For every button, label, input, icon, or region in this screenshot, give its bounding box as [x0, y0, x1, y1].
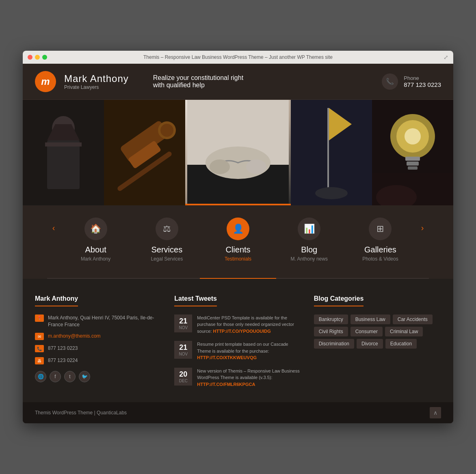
maximize-button[interactable] — [42, 55, 47, 60]
tweet-2-text: Resume print template based on our Casca… — [197, 341, 301, 361]
hero-image-2 — [104, 100, 185, 205]
nav-item-galleries[interactable]: ⊞ Galleries Photos & Videos — [345, 218, 416, 270]
svg-rect-25 — [407, 162, 419, 166]
social-tumblr[interactable]: t — [64, 371, 76, 382]
phone2-text: 877 123 0224 — [48, 357, 78, 364]
themis-link[interactable]: Themis WordPress Theme — [35, 410, 93, 416]
tweet-1-day: 21 — [178, 317, 188, 325]
svg-point-27 — [405, 128, 421, 144]
tweet-3-text: New version of Themis – Responsive Law B… — [197, 368, 301, 388]
nav-item-about[interactable]: 🏠 About Mark Anthony — [60, 218, 131, 270]
tweet-3-date: 20 DEC — [174, 368, 192, 386]
galleries-title: Galleries — [364, 245, 396, 254]
tweet-1-link[interactable]: HTTP://T.CO/YPOOUOUIDG — [213, 329, 270, 334]
contact-info: 📞 Phone 877 123 0223 — [382, 73, 441, 90]
footer-col1-title: Mark Anthony — [35, 295, 78, 306]
phone2-item: 🖷 877 123 0224 — [35, 357, 162, 364]
next-button[interactable]: › — [416, 222, 429, 235]
site-subtitle: Private Lawyers — [64, 84, 129, 90]
tweet-1-text: MediCenter PSD Template is available for… — [197, 315, 301, 335]
address-text: Mark Anthony, Quai Henri IV, 75004 Paris… — [48, 315, 162, 328]
logo[interactable]: m — [35, 71, 56, 92]
tagline-block: Realize your constitutional right with q… — [153, 74, 243, 89]
line-clients — [200, 278, 276, 279]
hero-section — [23, 100, 453, 205]
window-controls — [28, 55, 47, 60]
svg-point-20 — [315, 187, 348, 199]
quantica-link[interactable]: QuanticaLabs — [97, 410, 127, 416]
tag-car-accidents[interactable]: Car Accidents — [393, 315, 433, 324]
window-title: Themis – Responsive Law Business WordPre… — [143, 54, 333, 60]
svg-rect-24 — [405, 157, 420, 161]
hero-image-5 — [372, 100, 453, 205]
phone-number: 877 123 0223 — [404, 81, 441, 88]
tweet-3-day: 20 — [178, 370, 188, 379]
social-web[interactable]: 🌐 — [35, 371, 46, 382]
footer-col-tweets: Latest Tweets 21 NOV MediCenter PSD Temp… — [174, 295, 301, 394]
nav-underline — [23, 278, 453, 279]
phone1-icon: 📞 — [35, 345, 44, 352]
nav-prev[interactable]: ‹ — [47, 218, 60, 235]
line-about — [47, 278, 123, 279]
tag-cloud: Bankruptcy Business Law Car Accidents Ci… — [314, 315, 441, 349]
tag-business-law[interactable]: Business Law — [351, 315, 390, 324]
tweet-3-month: DEC — [178, 379, 188, 383]
address-icon: 📍 — [35, 315, 44, 322]
services-sub: Legal Services — [151, 256, 183, 262]
svg-point-14 — [210, 159, 230, 174]
galleries-sub: Photos & Videos — [362, 256, 398, 262]
footer-col-categories: Blog Categories Bankruptcy Business Law … — [314, 295, 441, 394]
scroll-top-button[interactable]: ∧ — [430, 407, 441, 418]
tag-divorce[interactable]: Divorce — [357, 339, 383, 349]
tag-civil-rights[interactable]: Civil Rights — [314, 327, 348, 336]
email-item: ✉ m.anthony@themis.com — [35, 333, 162, 340]
galleries-icon: ⊞ — [369, 218, 392, 240]
social-facebook[interactable]: f — [50, 371, 61, 382]
about-title: About — [85, 245, 106, 254]
nav-item-blog[interactable]: 📊 Blog M. Anthony news — [274, 218, 345, 270]
svg-rect-26 — [408, 166, 418, 170]
about-icon: 🏠 — [84, 218, 107, 240]
hero-image-3 — [185, 100, 291, 205]
svg-rect-3 — [45, 142, 82, 147]
hero-image-4 — [291, 100, 372, 205]
footer-col-contact: Mark Anthony 📍 Mark Anthony, Quai Henri … — [35, 295, 162, 394]
site-title: Mark Anthony — [64, 73, 129, 84]
tweet-2-date: 21 NOV — [174, 341, 192, 359]
svg-rect-17 — [327, 108, 329, 189]
browser-window: Themis – Responsive Law Business WordPre… — [23, 51, 453, 424]
clients-title: Clients — [225, 245, 250, 254]
tag-discrimination[interactable]: Discrimination — [314, 339, 354, 349]
tag-education[interactable]: Education — [385, 339, 417, 349]
services-icon: ⚖ — [156, 218, 178, 240]
expand-icon[interactable]: ⤢ — [444, 54, 448, 60]
prev-button[interactable]: ‹ — [47, 222, 60, 235]
email-text[interactable]: m.anthony@themis.com — [48, 333, 101, 340]
clients-sub: Testimonials — [225, 256, 251, 262]
tweet-2-month: NOV — [178, 352, 188, 356]
nav-item-clients[interactable]: 👤 Clients Testimonials — [202, 218, 273, 270]
line-blog — [276, 278, 353, 279]
tag-criminal-law[interactable]: Criminal Law — [385, 327, 423, 336]
tweet-1-date: 21 NOV — [174, 315, 192, 332]
services-title: Services — [151, 245, 182, 254]
phone1-item: 📞 877 123 0223 — [35, 345, 162, 352]
nav-item-services[interactable]: ⚖ Services Legal Services — [131, 218, 202, 270]
social-twitter[interactable]: 🐦 — [79, 371, 90, 382]
tag-bankruptcy[interactable]: Bankruptcy — [314, 315, 348, 324]
tweet-3: 20 DEC New version of Themis – Responsiv… — [174, 368, 301, 388]
phone-icon: 📞 — [382, 73, 398, 90]
tweet-1: 21 NOV MediCenter PSD Template is availa… — [174, 315, 301, 335]
footer-col2-title: Latest Tweets — [174, 295, 217, 306]
tag-consumer[interactable]: Consumer — [351, 327, 383, 336]
site-header: m Mark Anthony Private Lawyers Realize y… — [23, 64, 453, 100]
tweet-2-link[interactable]: HTTP://T.CO/XTKKWEUVQG — [197, 355, 257, 360]
minimize-button[interactable] — [35, 55, 40, 60]
site-name-block: Mark Anthony Private Lawyers — [64, 73, 129, 90]
tweet-3-link[interactable]: HTTP://T.CO/FMLR6KPGCA — [197, 382, 255, 387]
nav-items: ‹ 🏠 About Mark Anthony ⚖ Services Legal … — [23, 218, 453, 270]
line-services — [123, 278, 200, 279]
close-button[interactable] — [28, 55, 32, 60]
tagline-main: Realize your constitutional right — [153, 74, 243, 82]
nav-next[interactable]: › — [416, 218, 429, 235]
